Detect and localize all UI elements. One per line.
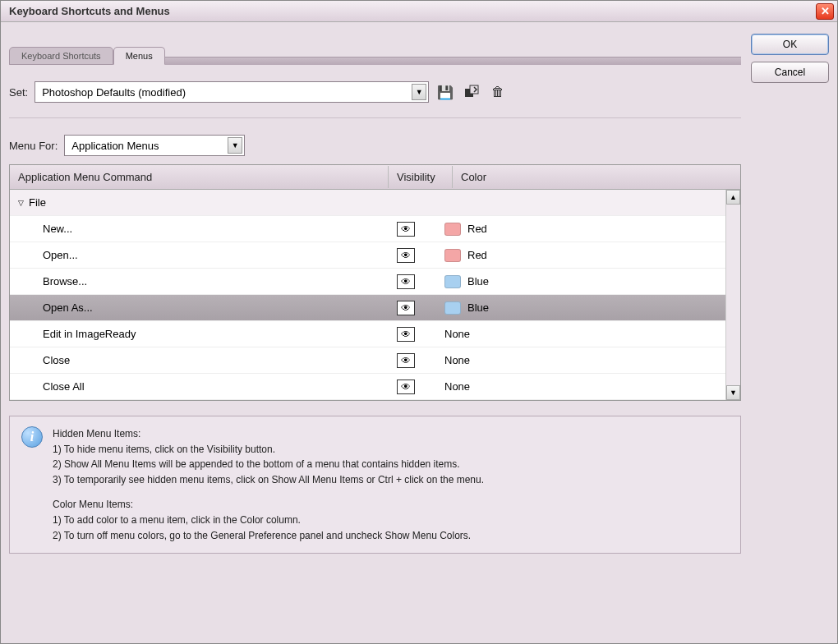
- info-line: 2) To turn off menu colors, go to the Ge…: [53, 528, 484, 544]
- info-icon: i: [21, 426, 43, 448]
- group-label: File: [29, 196, 46, 209]
- info-line: 1) To add color to a menu item, click in…: [53, 513, 484, 528]
- command-cell: Edit in ImageReady: [10, 328, 374, 340]
- visibility-cell: 👁: [374, 222, 438, 237]
- table-row[interactable]: New...👁Red: [10, 216, 725, 242]
- save-set-as-icon[interactable]: [462, 82, 481, 102]
- visibility-toggle[interactable]: 👁: [397, 248, 415, 263]
- visibility-toggle[interactable]: 👁: [397, 353, 415, 368]
- set-row: Set: Photoshop Defaults (modified) ▼ 💾 🗑: [9, 81, 741, 103]
- dialog-body: Keyboard Shortcuts Menus Set: Photoshop …: [1, 22, 837, 643]
- table-group-row[interactable]: ▽File: [10, 190, 725, 216]
- visibility-toggle[interactable]: 👁: [397, 222, 415, 237]
- color-cell[interactable]: None: [438, 354, 725, 366]
- info-color-title: Color Menu Items:: [53, 497, 484, 513]
- eye-icon: 👁: [401, 223, 411, 235]
- spacer: [53, 487, 484, 497]
- group-cell: ▽File: [10, 196, 374, 209]
- color-label: Red: [467, 249, 487, 261]
- menufor-row: Menu For: Application Menus ▼: [9, 135, 741, 156]
- info-text: Hidden Menu Items: 1) To hide menu items…: [53, 426, 484, 543]
- cancel-button[interactable]: Cancel: [751, 62, 829, 83]
- menu-table: Application Menu Command Visibility Colo…: [9, 164, 741, 401]
- command-cell: Close All: [10, 380, 374, 393]
- command-cell: Browse...: [10, 275, 374, 288]
- chevron-down-icon: ▼: [412, 84, 426, 100]
- tab-keyboard-shortcuts[interactable]: Keyboard Shortcuts: [9, 47, 113, 65]
- table-row[interactable]: Edit in ImageReady👁None: [10, 321, 725, 347]
- table-row[interactable]: Close All👁None: [10, 374, 725, 400]
- command-cell: New...: [10, 223, 374, 235]
- table-header: Application Menu Command Visibility Colo…: [10, 165, 740, 190]
- visibility-toggle[interactable]: 👁: [397, 327, 415, 342]
- color-cell[interactable]: Red: [438, 249, 725, 262]
- set-select-value: Photoshop Defaults (modified): [42, 86, 186, 99]
- info-hidden-title: Hidden Menu Items:: [53, 426, 484, 442]
- close-icon: ✕: [821, 5, 830, 17]
- divider: [9, 117, 741, 118]
- window-title: Keyboard Shortcuts and Menus: [9, 5, 170, 17]
- visibility-cell: 👁: [374, 380, 438, 394]
- visibility-cell: 👁: [374, 301, 438, 315]
- eye-icon: 👁: [401, 302, 411, 314]
- table-row[interactable]: Browse...👁Blue: [10, 269, 725, 295]
- scroll-up-icon[interactable]: ▲: [726, 190, 740, 205]
- table-row[interactable]: Open...👁Red: [10, 242, 725, 269]
- set-select[interactable]: Photoshop Defaults (modified) ▼: [35, 81, 429, 103]
- th-command[interactable]: Application Menu Command: [10, 166, 389, 188]
- visibility-toggle[interactable]: 👁: [397, 274, 415, 289]
- visibility-cell: 👁: [374, 248, 438, 263]
- chevron-down-icon: ▼: [228, 137, 242, 154]
- color-label: Red: [467, 223, 487, 235]
- titlebar: Keyboard Shortcuts and Menus ✕: [1, 1, 837, 22]
- color-label: None: [444, 380, 470, 393]
- save-set-icon[interactable]: 💾: [435, 82, 455, 102]
- color-cell[interactable]: None: [438, 328, 725, 340]
- eye-icon: 👁: [401, 329, 411, 340]
- visibility-toggle[interactable]: 👁: [397, 301, 415, 315]
- scroll-down-icon[interactable]: ▼: [726, 385, 740, 400]
- delete-set-icon[interactable]: 🗑: [488, 82, 508, 102]
- th-visibility[interactable]: Visibility: [389, 166, 453, 188]
- close-button[interactable]: ✕: [816, 3, 834, 20]
- color-cell[interactable]: Blue: [438, 301, 725, 315]
- color-swatch[interactable]: [444, 301, 461, 315]
- command-cell: Close: [10, 354, 374, 366]
- visibility-toggle[interactable]: 👁: [397, 380, 415, 394]
- table-body: ▽FileNew...👁RedOpen...👁RedBrowse...👁Blue…: [10, 190, 740, 400]
- color-cell[interactable]: Blue: [438, 275, 725, 288]
- tab-content: Set: Photoshop Defaults (modified) ▼ 💾 🗑…: [9, 65, 741, 554]
- color-swatch[interactable]: [444, 223, 461, 236]
- menufor-label: Menu For:: [9, 140, 58, 152]
- tabs: Keyboard Shortcuts Menus: [9, 45, 741, 65]
- color-cell[interactable]: Red: [438, 223, 725, 236]
- set-label: Set:: [9, 86, 28, 99]
- side-panel: OK Cancel: [751, 30, 829, 635]
- color-label: Blue: [467, 301, 489, 314]
- visibility-cell: 👁: [374, 327, 438, 342]
- color-swatch[interactable]: [444, 249, 461, 262]
- command-cell: Open...: [10, 249, 374, 261]
- dialog-window: Keyboard Shortcuts and Menus ✕ Keyboard …: [0, 0, 838, 644]
- th-color[interactable]: Color: [453, 166, 740, 188]
- main-panel: Keyboard Shortcuts Menus Set: Photoshop …: [9, 30, 741, 635]
- color-label: None: [444, 328, 470, 340]
- eye-icon: 👁: [401, 355, 411, 366]
- tab-menus[interactable]: Menus: [113, 47, 165, 65]
- menufor-select[interactable]: Application Menus ▼: [64, 135, 245, 156]
- table-row[interactable]: Close👁None: [10, 347, 725, 374]
- visibility-cell: 👁: [374, 274, 438, 289]
- info-line: 1) To hide menu items, click on the Visi…: [53, 442, 484, 458]
- info-box: i Hidden Menu Items: 1) To hide menu ite…: [9, 416, 741, 554]
- color-label: None: [444, 354, 470, 366]
- color-swatch[interactable]: [444, 275, 461, 288]
- table-row[interactable]: Open As...👁Blue: [10, 295, 725, 321]
- color-cell[interactable]: None: [438, 380, 725, 393]
- scrollbar[interactable]: ▲ ▼: [725, 190, 740, 400]
- disclosure-triangle-icon[interactable]: ▽: [18, 199, 24, 207]
- visibility-cell: 👁: [374, 353, 438, 368]
- eye-icon: 👁: [401, 381, 411, 393]
- command-cell: Open As...: [10, 301, 374, 314]
- eye-icon: 👁: [401, 250, 411, 261]
- ok-button[interactable]: OK: [751, 34, 829, 55]
